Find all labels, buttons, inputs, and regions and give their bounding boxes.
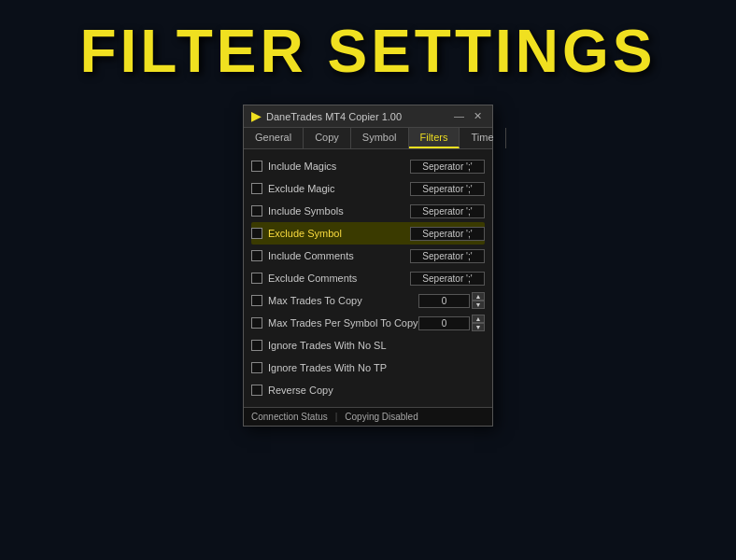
input-max-trades-symbol[interactable] (418, 316, 470, 330)
titlebar-logo: ▶ (251, 109, 261, 123)
checkbox-include-symbols[interactable] (251, 205, 262, 217)
label-exclude-magic: Exclude Magic (268, 183, 410, 194)
checkbox-reverse-copy[interactable] (251, 385, 262, 396)
checkbox-max-trades-symbol[interactable] (251, 317, 262, 329)
spin-max-trades-copy: ▲ ▼ (472, 292, 485, 309)
title-area: FILTER SETTINGS (0, 0, 736, 95)
filter-row-include-comments: Include Comments (251, 245, 485, 267)
separator-include-magics[interactable] (410, 160, 485, 174)
tab-time[interactable]: Time (460, 128, 505, 148)
spin-up-max-trades-symbol[interactable]: ▲ (472, 315, 485, 323)
checkbox-include-magics[interactable] (251, 161, 262, 172)
filter-row-ignore-no-tp: Ignore Trades With No TP (251, 357, 485, 379)
tab-symbol[interactable]: Symbol (351, 128, 409, 148)
label-exclude-comments: Exclude Comments (268, 273, 410, 284)
checkbox-include-comments[interactable] (251, 250, 262, 261)
filter-row-include-symbols: Include Symbols (251, 200, 485, 222)
label-include-comments: Include Comments (268, 250, 410, 261)
spin-down-max-trades-copy[interactable]: ▼ (472, 301, 485, 309)
number-group-max-trades-copy: ▲ ▼ (418, 292, 485, 309)
checkbox-ignore-no-tp[interactable] (251, 362, 262, 373)
filter-row-reverse-copy: Reverse Copy (251, 379, 485, 401)
checkbox-exclude-magic[interactable] (251, 183, 262, 194)
tab-general[interactable]: General (244, 128, 304, 148)
checkbox-exclude-comments[interactable] (251, 273, 262, 284)
status-bar: Connection Status | Copying Disabled (244, 407, 492, 426)
titlebar-title: DaneTrades MT4 Copier 1.00 (266, 111, 402, 122)
tab-bar: General Copy Symbol Filters Time (244, 128, 492, 149)
filter-row-exclude-magic: Exclude Magic (251, 177, 485, 200)
filter-row-exclude-comments: Exclude Comments (251, 267, 485, 289)
page-wrapper: FILTER SETTINGS ▶ DaneTrades MT4 Copier … (0, 0, 736, 560)
titlebar-buttons: — ✕ (451, 110, 485, 122)
status-divider: | (335, 412, 338, 422)
filter-row-max-trades-copy: Max Trades To Copy ▲ ▼ (251, 289, 485, 312)
filter-row-include-magics: Include Magics (251, 155, 485, 177)
tab-copy[interactable]: Copy (304, 128, 351, 148)
close-button[interactable]: ✕ (471, 110, 485, 122)
input-max-trades-copy[interactable] (418, 294, 470, 308)
separator-include-symbols[interactable] (410, 204, 485, 218)
label-max-trades-symbol: Max Trades Per Symbol To Copy (268, 317, 418, 329)
separator-include-comments[interactable] (410, 249, 485, 263)
label-include-symbols: Include Symbols (268, 205, 410, 217)
checkbox-ignore-no-sl[interactable] (251, 340, 262, 351)
tab-filters[interactable]: Filters (409, 128, 460, 148)
label-ignore-no-tp: Ignore Trades With No TP (268, 362, 485, 373)
dialog-container: ▶ DaneTrades MT4 Copier 1.00 — ✕ General… (243, 105, 493, 427)
checkbox-max-trades-copy[interactable] (251, 295, 262, 306)
minimize-button[interactable]: — (451, 110, 467, 122)
page-title: FILTER SETTINGS (0, 17, 736, 86)
checkbox-exclude-symbol[interactable] (251, 228, 262, 239)
separator-exclude-comments[interactable] (410, 272, 485, 286)
spin-down-max-trades-symbol[interactable]: ▼ (472, 323, 485, 331)
titlebar-left: ▶ DaneTrades MT4 Copier 1.00 (251, 109, 402, 123)
dialog-titlebar: ▶ DaneTrades MT4 Copier 1.00 — ✕ (244, 105, 492, 128)
label-max-trades-copy: Max Trades To Copy (268, 295, 418, 306)
spin-up-max-trades-copy[interactable]: ▲ (472, 292, 485, 301)
spin-max-trades-symbol: ▲ ▼ (472, 315, 485, 331)
content-area: Include Magics Exclude Magic Include Sym… (244, 149, 492, 407)
filter-row-ignore-no-sl: Ignore Trades With No SL (251, 334, 485, 357)
label-exclude-symbol: Exclude Symbol (268, 228, 410, 239)
filter-row-max-trades-symbol: Max Trades Per Symbol To Copy ▲ ▼ (251, 312, 485, 334)
label-ignore-no-sl: Ignore Trades With No SL (268, 340, 485, 351)
separator-exclude-magic[interactable] (410, 182, 485, 196)
separator-exclude-symbol[interactable] (410, 227, 485, 241)
status-connection: Connection Status (251, 412, 328, 422)
status-copying: Copying Disabled (345, 412, 418, 422)
number-group-max-trades-symbol: ▲ ▼ (418, 315, 485, 331)
label-include-magics: Include Magics (268, 161, 410, 172)
label-reverse-copy: Reverse Copy (268, 385, 485, 396)
filter-row-exclude-symbol: Exclude Symbol (251, 222, 485, 245)
